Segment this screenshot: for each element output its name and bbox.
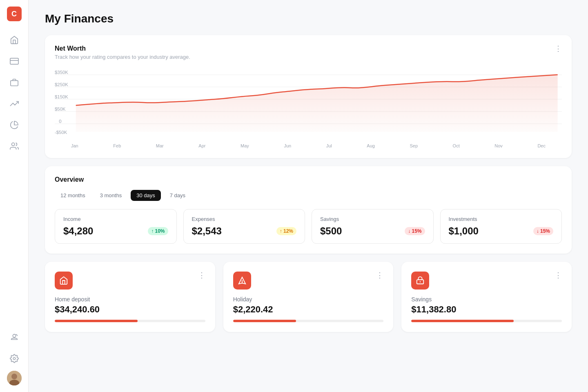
sidebar-item-trending[interactable] bbox=[5, 95, 23, 113]
x-label-feb: Feb bbox=[113, 143, 121, 148]
goal-home-header: ⋮ bbox=[55, 272, 205, 296]
goal-holiday-progress-fill bbox=[233, 320, 296, 322]
svg-text:$50K: $50K bbox=[55, 107, 66, 111]
metrics-grid: Income $4,280 ↑ 10% Expenses $2,543 ↑ 1 bbox=[55, 209, 562, 244]
sidebar-bottom bbox=[5, 328, 23, 385]
user-avatar[interactable] bbox=[7, 371, 22, 385]
goal-holiday-name: Holiday bbox=[233, 296, 384, 303]
svg-text:$150K: $150K bbox=[55, 94, 68, 99]
metric-savings: Savings $500 ↓ 15% bbox=[312, 209, 434, 244]
app-logo[interactable]: C bbox=[7, 7, 22, 21]
savings-badge: ↓ 15% bbox=[405, 227, 425, 235]
x-label-sep: Sep bbox=[410, 143, 418, 148]
goal-savings-icon bbox=[411, 272, 429, 290]
goal-savings-more[interactable]: ⋮ bbox=[555, 272, 562, 279]
sidebar: C bbox=[0, 0, 29, 392]
tab-30-days[interactable]: 30 days bbox=[131, 190, 161, 201]
sidebar-item-users[interactable] bbox=[5, 137, 23, 155]
sidebar-item-admin[interactable] bbox=[5, 328, 23, 346]
savings-badge-text: ↓ 15% bbox=[408, 228, 421, 234]
expenses-value: $2,543 bbox=[192, 225, 222, 237]
net-worth-header: Net Worth Track how your rating compares… bbox=[55, 45, 562, 67]
sidebar-item-cards[interactable] bbox=[5, 52, 23, 70]
income-label: Income bbox=[63, 216, 168, 222]
overview-card: Overview 12 months 3 months 30 days 7 da… bbox=[45, 166, 572, 254]
goal-home-icon bbox=[55, 272, 73, 290]
tab-7-days[interactable]: 7 days bbox=[164, 190, 191, 201]
goals-grid: ⋮ Home deposit $34,240.60 ⋮ Holiday $2,2… bbox=[45, 262, 572, 332]
tab-12-months[interactable]: 12 months bbox=[55, 190, 91, 201]
savings-row: $500 ↓ 15% bbox=[320, 225, 425, 237]
svg-rect-0 bbox=[10, 58, 18, 65]
overview-tabs: 12 months 3 months 30 days 7 days bbox=[55, 190, 562, 201]
goal-savings-name: Savings bbox=[411, 296, 562, 303]
goal-savings-amount: $11,382.80 bbox=[411, 304, 562, 315]
investments-value: $1,000 bbox=[449, 225, 479, 237]
x-label-dec: Dec bbox=[537, 143, 546, 148]
goal-holiday-amount: $2,220.42 bbox=[233, 304, 384, 315]
investments-label: Investments bbox=[449, 216, 554, 222]
main-content: My Finances Net Worth Track how your rat… bbox=[29, 0, 588, 392]
x-label-nov: Nov bbox=[494, 143, 503, 148]
metric-investments: Investments $1,000 ↓ 15% bbox=[440, 209, 562, 244]
svg-text:$250K: $250K bbox=[55, 82, 68, 87]
sidebar-item-reports[interactable] bbox=[5, 116, 23, 134]
goal-home-progress-bar bbox=[55, 320, 205, 322]
svg-point-4 bbox=[13, 334, 16, 337]
goal-holiday: ⋮ Holiday $2,220.42 bbox=[223, 262, 394, 332]
goal-savings-header: ⋮ bbox=[411, 272, 562, 296]
x-label-apr: Apr bbox=[198, 143, 205, 148]
metric-income: Income $4,280 ↑ 10% bbox=[55, 209, 177, 244]
x-label-may: May bbox=[241, 143, 249, 148]
income-badge-text: ↑ 10% bbox=[151, 228, 165, 234]
goal-home-name: Home deposit bbox=[55, 296, 205, 303]
svg-text:0: 0 bbox=[59, 119, 61, 124]
sidebar-item-home[interactable] bbox=[5, 31, 23, 49]
income-row: $4,280 ↑ 10% bbox=[63, 225, 168, 237]
x-label-jul: Jul bbox=[326, 143, 332, 148]
expenses-badge-text: ↑ 12% bbox=[280, 228, 293, 234]
net-worth-title: Net Worth bbox=[55, 45, 190, 52]
goal-home-more[interactable]: ⋮ bbox=[198, 272, 205, 279]
expenses-badge: ↑ 12% bbox=[276, 227, 296, 235]
sidebar-item-settings[interactable] bbox=[5, 350, 23, 368]
svg-text:-$50K: -$50K bbox=[55, 130, 67, 135]
net-worth-card: Net Worth Track how your rating compares… bbox=[45, 35, 572, 158]
expenses-label: Expenses bbox=[192, 216, 297, 222]
goal-home-deposit: ⋮ Home deposit $34,240.60 bbox=[45, 262, 215, 332]
goal-holiday-header: ⋮ bbox=[233, 272, 384, 296]
net-worth-subtitle: Track how your rating compares to your i… bbox=[55, 54, 190, 60]
x-label-aug: Aug bbox=[367, 143, 375, 148]
tab-3-months[interactable]: 3 months bbox=[94, 190, 127, 201]
net-worth-chart: $350K $250K $150K $50K 0 -$50K Jan bbox=[55, 67, 562, 148]
expenses-row: $2,543 ↑ 12% bbox=[192, 225, 297, 237]
goal-holiday-progress-bar bbox=[233, 320, 384, 322]
sidebar-item-portfolio[interactable] bbox=[5, 74, 23, 91]
goal-home-amount: $34,240.60 bbox=[55, 304, 205, 315]
metric-expenses: Expenses $2,543 ↑ 12% bbox=[183, 209, 305, 244]
income-badge: ↑ 10% bbox=[148, 227, 168, 235]
savings-value: $500 bbox=[320, 225, 342, 237]
svg-text:$350K: $350K bbox=[55, 70, 68, 75]
net-worth-more-button[interactable]: ⋮ bbox=[555, 45, 562, 52]
income-value: $4,280 bbox=[63, 225, 93, 237]
chart-x-labels: Jan Feb Mar Apr May Jun Jul Aug Sep Oct … bbox=[55, 142, 562, 148]
x-label-jun: Jun bbox=[284, 143, 291, 148]
net-worth-title-block: Net Worth Track how your rating compares… bbox=[55, 45, 190, 67]
goal-savings: ⋮ Savings $11,382.80 bbox=[401, 262, 572, 332]
svg-point-7 bbox=[11, 374, 17, 379]
goal-savings-progress-fill bbox=[411, 320, 514, 322]
overview-content: 12 months 3 months 30 days 7 days Income… bbox=[55, 190, 562, 244]
x-label-oct: Oct bbox=[453, 143, 460, 148]
svg-rect-2 bbox=[10, 80, 18, 86]
x-label-jan: Jan bbox=[71, 143, 78, 148]
goal-holiday-icon bbox=[233, 272, 251, 290]
investments-row: $1,000 ↓ 15% bbox=[449, 225, 554, 237]
goal-savings-progress-bar bbox=[411, 320, 562, 322]
savings-label: Savings bbox=[320, 216, 425, 222]
x-label-mar: Mar bbox=[156, 143, 164, 148]
overview-title: Overview bbox=[55, 176, 562, 183]
goal-holiday-more[interactable]: ⋮ bbox=[376, 272, 383, 279]
page-title: My Finances bbox=[45, 12, 572, 25]
svg-point-3 bbox=[11, 143, 14, 146]
